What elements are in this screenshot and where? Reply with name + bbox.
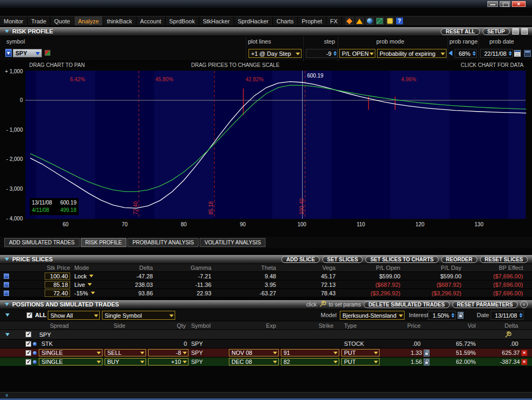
chart-tool-icon[interactable] xyxy=(376,18,384,25)
calendar-icon[interactable] xyxy=(514,50,521,57)
reset-slices-button[interactable]: RESET SLICES xyxy=(480,256,528,263)
qty-input[interactable]: +10 xyxy=(148,358,188,365)
collapse-triangle-icon[interactable] xyxy=(5,303,9,306)
plot-lines-dropdown[interactable]: +1 @ Day Step xyxy=(248,49,302,58)
mode-dropdown[interactable]: -15% xyxy=(72,290,101,296)
collapse-triangle-icon[interactable] xyxy=(5,333,10,336)
tab-charts[interactable]: Charts xyxy=(273,16,298,25)
row-checkbox[interactable] xyxy=(25,341,31,347)
date-input[interactable]: 13/11/08 xyxy=(491,311,524,320)
tab-sprdbook[interactable]: SprdBook xyxy=(166,16,199,25)
horizontal-scrollbar[interactable] xyxy=(0,392,532,398)
prob-mode-dropdown[interactable]: Probability of expiring xyxy=(377,49,447,58)
delete-simulated-trades-button[interactable]: DELETE SIMULATED TRADES xyxy=(364,301,450,308)
slice-handle-icon[interactable] xyxy=(4,282,9,287)
help-icon[interactable] xyxy=(396,18,403,24)
interest-input[interactable]: 1.50% xyxy=(428,311,456,320)
set-slices-to-charts-button[interactable]: SET SLICES TO CHARTS xyxy=(365,256,438,263)
symbol-type-icon[interactable] xyxy=(5,49,12,57)
setup-button[interactable]: SETUP xyxy=(483,28,510,35)
minimize-button[interactable] xyxy=(487,1,498,7)
side-dropdown[interactable]: SELL xyxy=(105,349,146,356)
expand-all-icon[interactable] xyxy=(520,301,528,308)
group-checkbox[interactable] xyxy=(25,331,31,337)
exp-dropdown[interactable]: DEC 08 xyxy=(229,358,279,365)
pl-mode-dropdown[interactable]: P/L OPEN xyxy=(339,49,375,58)
reset-parameters-button[interactable]: RESET PARAMETERS xyxy=(452,301,518,308)
tab-monitor[interactable]: Monitor xyxy=(0,16,28,25)
strike-dropdown[interactable]: 91 xyxy=(281,349,339,356)
stk-price-input[interactable]: 72.40 xyxy=(45,290,70,297)
print-icon[interactable] xyxy=(512,28,519,35)
tab-add-simulated-trades[interactable]: ADD SIMULATED TRADES xyxy=(4,238,80,247)
tab-probability-analysis[interactable]: PROBABILITY ANALYSIS xyxy=(127,238,199,247)
strike-dropdown[interactable]: 82 xyxy=(281,358,339,365)
collapse-triangle-icon[interactable] xyxy=(5,30,9,33)
alert-warning-icon[interactable] xyxy=(356,18,364,25)
exp-dropdown[interactable]: NOV 08 xyxy=(229,349,279,356)
notes-icon[interactable] xyxy=(386,18,394,25)
maximize-button[interactable] xyxy=(500,1,510,7)
model-dropdown[interactable]: Bjerksund-Stensland xyxy=(340,311,405,320)
tab-analyze[interactable]: Analyze xyxy=(74,16,103,25)
tab-thinkback[interactable]: thinkBack xyxy=(103,16,136,25)
set-slices-button[interactable]: SET SLICES xyxy=(322,256,363,263)
prob-range-spinner[interactable] xyxy=(473,51,476,56)
tab-trade[interactable]: Trade xyxy=(28,16,50,25)
tab-fx[interactable]: FX xyxy=(327,16,342,25)
prob-date-spinner[interactable] xyxy=(509,51,512,56)
detach-panel-icon[interactable] xyxy=(524,50,531,57)
tab-prophet[interactable]: Prophet xyxy=(298,16,327,25)
price-lock-icon[interactable] xyxy=(424,359,430,365)
spread-dropdown[interactable]: SINGLE xyxy=(39,349,102,356)
step-input[interactable]: -9 xyxy=(306,49,338,58)
tab-account[interactable]: Account xyxy=(136,16,166,25)
mode-dropdown[interactable]: Live xyxy=(72,282,101,288)
globe-icon[interactable] xyxy=(366,18,374,25)
tab-quote[interactable]: Quote xyxy=(50,16,74,25)
prob-range-left-arrow-icon[interactable] xyxy=(449,50,452,56)
risk-profile-chart[interactable]: 72.4085.18100.406.42%45.80%42.82%4.96%60… xyxy=(0,69,532,229)
interest-spinner[interactable] xyxy=(451,313,454,318)
add-slice-button[interactable]: ADD SLICE xyxy=(281,256,320,263)
qty-input[interactable]: -8 xyxy=(148,349,188,356)
scroll-up-icon[interactable] xyxy=(1,393,12,398)
type-dropdown[interactable]: PUT xyxy=(341,358,380,365)
slice-handle-icon[interactable] xyxy=(4,274,9,279)
single-symbol-dropdown[interactable]: Single Symbol xyxy=(102,311,175,320)
reset-all-button[interactable]: RESET ALL xyxy=(441,28,479,35)
collapse-triangle-icon[interactable] xyxy=(5,313,10,317)
symbol-input[interactable]: SPY xyxy=(13,49,42,57)
window-titlebar[interactable] xyxy=(0,0,532,8)
symbol-link-icon[interactable] xyxy=(45,50,50,56)
row-checkbox[interactable] xyxy=(25,350,31,356)
row-checkbox[interactable] xyxy=(25,359,31,365)
step-spinner[interactable] xyxy=(333,51,337,56)
price-value[interactable]: 1.56 xyxy=(411,359,422,365)
tab-sprdhacker[interactable]: SprdHacker xyxy=(234,16,273,25)
date-spinner[interactable] xyxy=(519,313,522,318)
price-value[interactable]: 1.33 xyxy=(411,350,422,356)
scratchpad-diamond-icon[interactable] xyxy=(346,18,354,25)
symbol-group-row[interactable]: SPY xyxy=(0,330,532,339)
tab-volatility-analysis[interactable]: VOLATILITY ANALYSIS xyxy=(200,238,265,247)
tab-stkhacker[interactable]: StkHacker xyxy=(199,16,234,25)
side-dropdown[interactable]: BUY xyxy=(105,358,146,365)
spread-dropdown[interactable]: SINGLE xyxy=(39,358,102,365)
export-icon[interactable] xyxy=(521,28,528,35)
delete-row-icon[interactable] xyxy=(521,359,527,365)
symbol-dropdown-arrow-icon[interactable] xyxy=(36,52,40,55)
collapse-triangle-icon[interactable] xyxy=(5,258,9,261)
mode-dropdown[interactable]: Lock xyxy=(72,273,101,279)
reor der-button[interactable]: REORDER xyxy=(441,256,477,263)
show-all-dropdown[interactable]: Show All xyxy=(48,311,100,320)
close-button[interactable] xyxy=(512,1,526,7)
type-dropdown[interactable]: PUT xyxy=(341,349,380,356)
all-checkbox[interactable] xyxy=(27,312,32,318)
stk-price-input[interactable]: 85.18 xyxy=(45,281,70,288)
prob-date-input[interactable]: 22/11/08 xyxy=(480,49,513,58)
group-wrench-icon[interactable] xyxy=(504,331,511,339)
interest-lock-icon[interactable] xyxy=(458,312,464,319)
stk-price-input[interactable]: 100.40 xyxy=(45,273,70,280)
tab-risk-profile[interactable]: RISK PROFILE xyxy=(81,238,127,247)
